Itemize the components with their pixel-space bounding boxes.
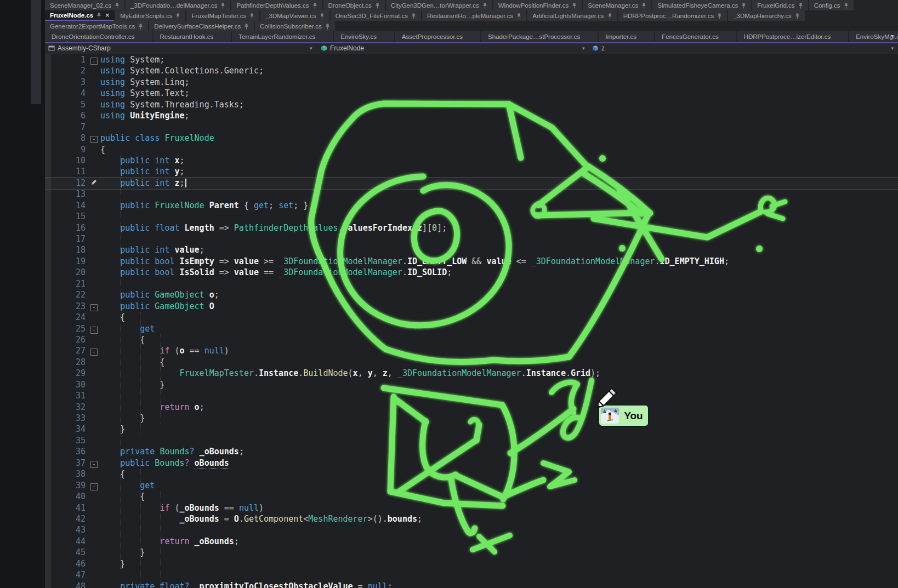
code-line-8[interactable]: 8-public class FruxelNode [45, 133, 898, 144]
pin-icon[interactable] [641, 3, 646, 9]
pin-icon[interactable] [220, 3, 225, 9]
code-line-14[interactable]: 14 public FruxelNode Parent { get; set; … [45, 200, 898, 211]
code-line-23[interactable]: 23- public GameObject O [45, 301, 898, 312]
tab-pathfinderdepthvalues-cs[interactable]: PathfinderDepthValues.cs [231, 0, 322, 10]
code-line-15[interactable]: 15 [45, 211, 898, 222]
code-line-31[interactable]: 31 [45, 390, 898, 401]
pin-icon[interactable] [482, 3, 487, 9]
code-line-25[interactable]: 25- get [45, 323, 898, 334]
code-line-43[interactable]: 43 [45, 524, 898, 535]
code-line-40[interactable]: 40 { [45, 491, 898, 502]
code-line-19[interactable]: 19 public bool IsEmpty => value >= _3DFo… [45, 256, 898, 267]
tab-onesec3d-fileformat-cs[interactable]: OneSec3D_FileFormat.cs [331, 10, 421, 21]
code-line-28[interactable]: 28 { [45, 357, 898, 368]
pin-icon[interactable] [320, 13, 325, 19]
code-line-27[interactable]: 27- if (o == null) [45, 345, 898, 356]
tab-generator2exportmaptools-cs[interactable]: Generator2ExportMapTools.cs [45, 21, 148, 31]
fold-marker[interactable]: - [88, 323, 100, 334]
pin-icon[interactable] [325, 24, 330, 30]
tab-fruxelmaptester-cs[interactable]: FruxelMapTester.cs [186, 10, 259, 21]
fold-marker[interactable]: - [88, 345, 100, 356]
code-line-1[interactable]: 1-using System; [45, 54, 898, 65]
tab-hdrppostproc-randomizer-cs[interactable]: HDRPPostproc…Randomizer.cs [618, 10, 728, 21]
code-line-33[interactable]: 33 } [45, 413, 898, 424]
type-dropdown[interactable]: FruxelNode [321, 44, 364, 52]
code-line-29[interactable]: 29 FruxelMapTester.Instance.BuildNode(x,… [45, 368, 898, 379]
tab-myeditorscripts-cs[interactable]: MyEditorScripts.cs [115, 10, 185, 21]
pin-icon[interactable] [249, 13, 254, 19]
code-line-38[interactable]: 38 { [45, 469, 898, 479]
tab-terrainlayerrandomizer-cs[interactable]: TerrainLayerRandomizer.cs [232, 31, 333, 42]
code-line-41[interactable]: 41 if (_oBounds == null) [45, 503, 898, 513]
pin-icon[interactable] [375, 3, 380, 9]
code-lines[interactable]: 1-using System;2using System.Collections… [45, 54, 898, 588]
type-dropdown-caret-icon[interactable]: ▾ [582, 45, 585, 51]
pin-icon[interactable] [138, 24, 143, 30]
code-line-26[interactable]: 26 { [45, 334, 898, 345]
pin-icon[interactable] [741, 3, 746, 9]
code-line-24[interactable]: 24 { [45, 312, 898, 323]
data-sources-vertical-tab[interactable]: Data Sources [31, 0, 41, 104]
project-dropdown-caret-icon[interactable]: ▾ [310, 45, 312, 51]
code-line-7[interactable]: 7 [45, 122, 898, 133]
tab-fruxelnode-cs[interactable]: FruxelNode.cs× [45, 10, 114, 21]
code-line-47[interactable]: 47 [45, 569, 898, 580]
code-line-10[interactable]: 10 public int x; [45, 155, 898, 166]
code-line-39[interactable]: 39- get [45, 480, 898, 491]
code-editor[interactable]: 1-using System;2using System.Collections… [45, 54, 898, 588]
fold-marker[interactable]: - [88, 54, 100, 65]
code-line-48[interactable]: 48 private float? _proximityToClosestObs… [45, 581, 898, 588]
code-line-46[interactable]: 46 } [45, 558, 898, 569]
code-line-2[interactable]: 2using System.Collections.Generic; [45, 65, 898, 76]
tab-shaderpackage-stprocessor-cs[interactable]: ShaderPackage…stProcessor.cs [481, 31, 598, 42]
code-line-44[interactable]: 44 return _oBounds; [45, 536, 898, 547]
pin-icon[interactable] [844, 3, 849, 9]
code-line-32[interactable]: 32 return o; [45, 402, 898, 413]
code-line-12[interactable]: 12 public int z; [45, 178, 898, 189]
code-line-37[interactable]: 37- public Bounds? oBounds [45, 458, 898, 469]
code-line-20[interactable]: 20 public bool IsSolid => value == _3DFo… [45, 267, 898, 278]
code-line-34[interactable]: 34 } [45, 424, 898, 435]
tab-overflow-button[interactable]: ▾ [891, 33, 894, 39]
fold-marker[interactable]: - [88, 301, 100, 312]
tab--3dmapviewer-cs[interactable]: _3DMapViewer.cs [260, 10, 329, 21]
pin-icon[interactable] [312, 3, 317, 9]
tab-droneobject-cs[interactable]: DroneObject.cs [323, 0, 385, 10]
tab-assetpreprocessor-cs[interactable]: AssetPreprocessor.cs [395, 31, 480, 42]
tab-deliverysurfaceclasshelper-cs[interactable]: DeliverySurfaceClassHelper.cs [149, 21, 254, 31]
pin-icon[interactable] [607, 13, 612, 19]
pin-icon[interactable] [717, 13, 722, 19]
tab-droneorientationcontroller-cs[interactable]: DroneOrientationController.cs [45, 31, 152, 42]
tab-restaurantho-plemanager-cs[interactable]: RestaurantHo…pleManager.cs [422, 10, 526, 21]
pin-icon[interactable] [798, 3, 803, 9]
code-line-21[interactable]: 21 [45, 278, 898, 289]
code-line-9[interactable]: 9{ [45, 144, 898, 155]
tab-scenemanager-02-cs[interactable]: SceneManager_02.cs [45, 0, 124, 10]
pin-icon[interactable] [175, 13, 180, 19]
pin-icon[interactable] [115, 3, 120, 9]
tab-restauranthook-cs[interactable]: RestaurantHook.cs [154, 31, 231, 42]
pin-icon[interactable] [96, 13, 101, 19]
fold-marker[interactable]: - [88, 480, 100, 491]
fold-marker[interactable]: - [88, 458, 100, 469]
tab--3dfoundatio-delmanager-cs[interactable]: _3DFoundatio…delManager.cs [126, 0, 231, 10]
tab-importer-cs[interactable]: Importer.cs [599, 31, 654, 42]
tab--3dmaphierarchy-cs[interactable]: _3DMapHierarchy.cs [728, 10, 805, 21]
tab-citygen3dgen-torwrapper-cs[interactable]: CityGen3DGen…torWrapper.cs [386, 0, 492, 10]
code-line-17[interactable]: 17 [45, 233, 898, 244]
code-line-3[interactable]: 3using System.Linq; [45, 77, 898, 88]
tab-artificiallightsmanager-cs[interactable]: ArtificialLightsManager.cs [527, 10, 617, 21]
code-line-35[interactable]: 35 [45, 435, 898, 446]
tab-scenemanager-cs[interactable]: SceneManager.cs [583, 0, 651, 10]
tab-fruxelgrid-cs[interactable]: FruxelGrid.cs [752, 0, 808, 10]
pin-icon[interactable] [572, 3, 577, 9]
pin-icon[interactable] [411, 13, 416, 19]
code-line-22[interactable]: 22 public GameObject o; [45, 289, 898, 300]
code-line-4[interactable]: 4using System.Text; [45, 88, 898, 99]
code-line-18[interactable]: 18 public int value; [45, 244, 898, 255]
tab-config-cs[interactable]: Config.cs [809, 0, 854, 10]
tab-windowpositionfinder-cs[interactable]: WindowPositionFinder.cs [493, 0, 582, 10]
pin-icon[interactable] [244, 24, 249, 30]
pin-icon[interactable] [795, 13, 800, 19]
code-line-6[interactable]: 6using UnityEngine; [45, 110, 898, 121]
